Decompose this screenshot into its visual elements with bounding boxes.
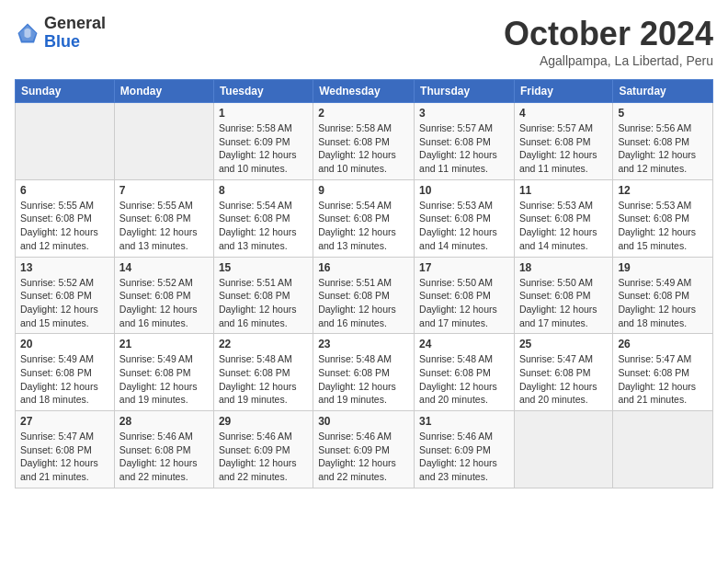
day-number: 28 <box>119 415 209 428</box>
day-number: 10 <box>419 184 509 197</box>
day-cell: 23Sunrise: 5:48 AM Sunset: 6:08 PM Dayli… <box>313 334 415 411</box>
day-info: Sunrise: 5:46 AM Sunset: 6:08 PM Dayligh… <box>119 430 209 484</box>
day-number: 26 <box>618 338 708 350</box>
day-cell: 30Sunrise: 5:46 AM Sunset: 6:09 PM Dayli… <box>313 411 415 488</box>
day-number: 30 <box>318 415 409 428</box>
day-cell: 7Sunrise: 5:55 AM Sunset: 6:08 PM Daylig… <box>114 179 213 257</box>
header-day-monday: Monday <box>114 80 213 103</box>
day-info: Sunrise: 5:58 AM Sunset: 6:08 PM Dayligh… <box>318 121 409 176</box>
day-cell: 6Sunrise: 5:55 AM Sunset: 6:08 PM Daylig… <box>16 179 115 257</box>
day-cell: 24Sunrise: 5:48 AM Sunset: 6:08 PM Dayli… <box>415 334 515 411</box>
day-number: 19 <box>618 261 708 274</box>
week-row-1: 1Sunrise: 5:58 AM Sunset: 6:09 PM Daylig… <box>16 103 713 180</box>
day-number: 24 <box>419 338 509 350</box>
day-number: 13 <box>20 261 109 274</box>
day-number: 8 <box>219 184 308 197</box>
day-info: Sunrise: 5:58 AM Sunset: 6:09 PM Dayligh… <box>219 121 308 176</box>
header-day-thursday: Thursday <box>415 80 515 103</box>
day-cell: 11Sunrise: 5:53 AM Sunset: 6:08 PM Dayli… <box>514 179 612 257</box>
header-day-wednesday: Wednesday <box>313 80 415 103</box>
day-info: Sunrise: 5:48 AM Sunset: 6:08 PM Dayligh… <box>318 352 409 407</box>
week-row-3: 13Sunrise: 5:52 AM Sunset: 6:08 PM Dayli… <box>16 257 713 334</box>
day-number: 25 <box>519 338 608 350</box>
header-day-saturday: Saturday <box>613 80 713 103</box>
calendar-table: SundayMondayTuesdayWednesdayThursdayFrid… <box>15 79 713 488</box>
day-number: 31 <box>419 415 509 428</box>
title-block: October 2024 Agallpampa, La Libertad, Pe… <box>504 15 713 68</box>
day-info: Sunrise: 5:51 AM Sunset: 6:08 PM Dayligh… <box>219 276 308 330</box>
day-number: 20 <box>20 338 109 350</box>
day-cell <box>114 103 213 180</box>
day-info: Sunrise: 5:47 AM Sunset: 6:08 PM Dayligh… <box>20 430 109 484</box>
day-info: Sunrise: 5:55 AM Sunset: 6:08 PM Dayligh… <box>20 199 109 253</box>
day-cell: 25Sunrise: 5:47 AM Sunset: 6:08 PM Dayli… <box>514 334 612 411</box>
day-cell: 8Sunrise: 5:54 AM Sunset: 6:08 PM Daylig… <box>213 179 313 257</box>
day-number: 11 <box>519 184 608 197</box>
day-info: Sunrise: 5:48 AM Sunset: 6:08 PM Dayligh… <box>419 352 509 407</box>
day-cell: 1Sunrise: 5:58 AM Sunset: 6:09 PM Daylig… <box>213 103 313 180</box>
day-cell <box>514 411 612 488</box>
day-cell: 31Sunrise: 5:46 AM Sunset: 6:09 PM Dayli… <box>415 411 515 488</box>
day-number: 3 <box>419 107 509 120</box>
day-info: Sunrise: 5:52 AM Sunset: 6:08 PM Dayligh… <box>20 276 109 330</box>
logo-text: General Blue <box>44 15 106 52</box>
page-header: General Blue October 2024 Agallpampa, La… <box>15 15 713 68</box>
week-row-4: 20Sunrise: 5:49 AM Sunset: 6:08 PM Dayli… <box>16 334 713 411</box>
header-day-sunday: Sunday <box>16 80 115 103</box>
day-number: 15 <box>219 261 308 274</box>
day-info: Sunrise: 5:46 AM Sunset: 6:09 PM Dayligh… <box>419 430 509 484</box>
day-number: 27 <box>20 415 109 428</box>
day-info: Sunrise: 5:52 AM Sunset: 6:08 PM Dayligh… <box>119 276 209 330</box>
day-info: Sunrise: 5:53 AM Sunset: 6:08 PM Dayligh… <box>419 199 509 253</box>
day-number: 22 <box>219 338 308 350</box>
day-info: Sunrise: 5:49 AM Sunset: 6:08 PM Dayligh… <box>20 352 109 407</box>
day-number: 16 <box>318 261 409 274</box>
day-number: 29 <box>219 415 308 428</box>
day-cell: 27Sunrise: 5:47 AM Sunset: 6:08 PM Dayli… <box>16 411 115 488</box>
week-row-2: 6Sunrise: 5:55 AM Sunset: 6:08 PM Daylig… <box>16 179 713 257</box>
day-cell: 28Sunrise: 5:46 AM Sunset: 6:08 PM Dayli… <box>114 411 213 488</box>
day-cell: 29Sunrise: 5:46 AM Sunset: 6:09 PM Dayli… <box>213 411 313 488</box>
header-day-tuesday: Tuesday <box>213 80 313 103</box>
day-info: Sunrise: 5:54 AM Sunset: 6:08 PM Dayligh… <box>219 199 308 253</box>
logo-icon <box>15 20 40 46</box>
day-info: Sunrise: 5:49 AM Sunset: 6:08 PM Dayligh… <box>119 352 209 407</box>
day-cell: 9Sunrise: 5:54 AM Sunset: 6:08 PM Daylig… <box>313 179 415 257</box>
day-cell: 26Sunrise: 5:47 AM Sunset: 6:08 PM Dayli… <box>613 334 713 411</box>
week-row-5: 27Sunrise: 5:47 AM Sunset: 6:08 PM Dayli… <box>16 411 713 488</box>
day-number: 14 <box>119 261 209 274</box>
day-info: Sunrise: 5:50 AM Sunset: 6:08 PM Dayligh… <box>419 276 509 330</box>
day-cell <box>16 103 115 180</box>
logo: General Blue <box>15 15 106 52</box>
header-day-friday: Friday <box>514 80 612 103</box>
day-cell: 16Sunrise: 5:51 AM Sunset: 6:08 PM Dayli… <box>313 257 415 334</box>
day-cell: 15Sunrise: 5:51 AM Sunset: 6:08 PM Dayli… <box>213 257 313 334</box>
day-cell: 14Sunrise: 5:52 AM Sunset: 6:08 PM Dayli… <box>114 257 213 334</box>
day-cell: 13Sunrise: 5:52 AM Sunset: 6:08 PM Dayli… <box>16 257 115 334</box>
day-cell: 20Sunrise: 5:49 AM Sunset: 6:08 PM Dayli… <box>16 334 115 411</box>
day-info: Sunrise: 5:47 AM Sunset: 6:08 PM Dayligh… <box>519 352 608 407</box>
logo-general-text: General <box>44 15 106 33</box>
day-number: 1 <box>219 107 308 120</box>
month-title: October 2024 <box>504 15 713 53</box>
day-cell: 22Sunrise: 5:48 AM Sunset: 6:08 PM Dayli… <box>213 334 313 411</box>
day-cell: 4Sunrise: 5:57 AM Sunset: 6:08 PM Daylig… <box>514 103 612 180</box>
day-cell <box>613 411 713 488</box>
day-info: Sunrise: 5:56 AM Sunset: 6:08 PM Dayligh… <box>618 121 708 176</box>
day-info: Sunrise: 5:46 AM Sunset: 6:09 PM Dayligh… <box>219 430 308 484</box>
day-info: Sunrise: 5:53 AM Sunset: 6:08 PM Dayligh… <box>519 199 608 253</box>
day-number: 5 <box>618 107 708 120</box>
day-cell: 17Sunrise: 5:50 AM Sunset: 6:08 PM Dayli… <box>415 257 515 334</box>
day-number: 12 <box>618 184 708 197</box>
day-number: 23 <box>318 338 409 350</box>
logo-blue-text: Blue <box>44 33 106 52</box>
day-cell: 3Sunrise: 5:57 AM Sunset: 6:08 PM Daylig… <box>415 103 515 180</box>
day-info: Sunrise: 5:57 AM Sunset: 6:08 PM Dayligh… <box>419 121 509 176</box>
day-info: Sunrise: 5:47 AM Sunset: 6:08 PM Dayligh… <box>618 352 708 407</box>
day-cell: 5Sunrise: 5:56 AM Sunset: 6:08 PM Daylig… <box>613 103 713 180</box>
day-info: Sunrise: 5:49 AM Sunset: 6:08 PM Dayligh… <box>618 276 708 330</box>
day-number: 21 <box>119 338 209 350</box>
day-info: Sunrise: 5:51 AM Sunset: 6:08 PM Dayligh… <box>318 276 409 330</box>
calendar-header: SundayMondayTuesdayWednesdayThursdayFrid… <box>16 80 713 103</box>
location: Agallpampa, La Libertad, Peru <box>504 53 713 68</box>
